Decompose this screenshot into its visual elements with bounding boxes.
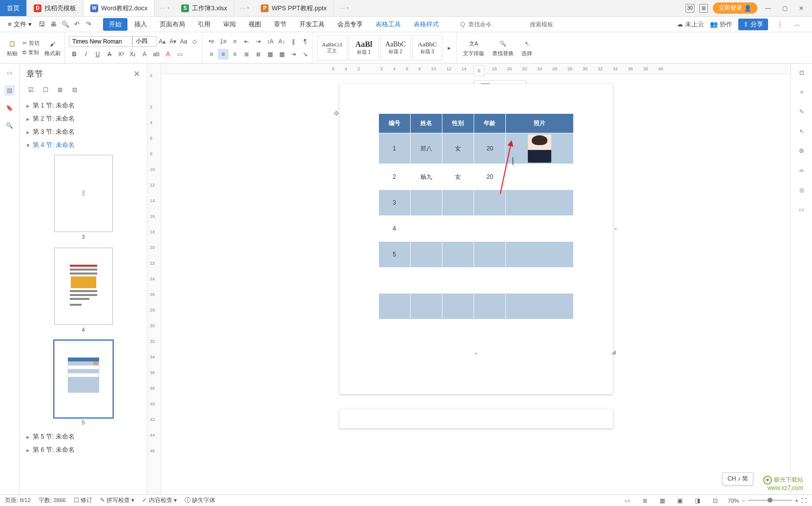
status-spellcheck[interactable]: ✎ 拼写检查 ▾	[100, 497, 134, 504]
view-web-icon[interactable]: ▦	[658, 496, 667, 505]
style-heading1[interactable]: AaBl标题 1	[349, 35, 379, 61]
table-header[interactable]: 性别	[442, 114, 474, 133]
subscript-button[interactable]: X₂	[127, 49, 138, 60]
outline-item-selected[interactable]: ▾第 4 节: 未命名	[22, 139, 144, 152]
styles-more-icon[interactable]: ▸	[444, 42, 455, 53]
page-thumb-5-selected[interactable]	[54, 340, 113, 418]
table-add-row-icon[interactable]: +	[474, 350, 478, 357]
rail-search-icon[interactable]: 🔍	[4, 120, 15, 131]
table-cell[interactable]	[474, 216, 506, 242]
status-missing-font[interactable]: ⓘ 缺失字体	[185, 497, 215, 504]
cut-button[interactable]: ✂剪切	[22, 40, 40, 47]
table-cell[interactable]	[378, 294, 410, 319]
style-normal[interactable]: AaBbCcI正文	[317, 35, 347, 61]
tab-ppt-doc[interactable]: P WPS PPT教程.pptx	[254, 0, 334, 16]
tab-button[interactable]: ⇥	[288, 49, 299, 60]
tab-overflow-1[interactable]: ⋯ •	[155, 0, 174, 16]
table-row[interactable]: 3	[378, 190, 573, 216]
fit-width-icon[interactable]: ⊡	[710, 496, 720, 505]
menu-table-tools[interactable]: 表格工具	[370, 18, 407, 31]
table-row[interactable]	[378, 268, 573, 294]
table-cell[interactable]: 女	[442, 133, 474, 164]
zoom-control[interactable]: 70% − + ⛶	[728, 498, 807, 504]
menu-start[interactable]: 开始	[103, 18, 127, 31]
table-cell[interactable]	[442, 294, 474, 319]
table-add-col-icon[interactable]: +	[614, 226, 617, 232]
view-focus-icon[interactable]: ◨	[693, 496, 703, 505]
text-direction-button[interactable]: ↕A	[265, 36, 275, 47]
status-words[interactable]: 字数: 2866	[39, 497, 66, 504]
clear-format-icon[interactable]: ◇	[189, 36, 200, 47]
menu-member[interactable]: 会员专享	[332, 18, 369, 31]
table-cell[interactable]	[410, 216, 442, 242]
table-row[interactable]	[378, 294, 573, 319]
distribute-button[interactable]: ≣	[253, 49, 264, 60]
qat-undo-icon[interactable]: ↶	[72, 19, 83, 30]
rail-pointer-icon[interactable]: ↖	[796, 126, 807, 137]
tab-home[interactable]: 首页	[0, 0, 27, 16]
qat-redo-icon[interactable]: ↷	[83, 19, 94, 30]
vertical-ruler[interactable]: 2246810121416182022242628303234363840424…	[147, 63, 161, 494]
table-cell[interactable]	[442, 319, 474, 345]
rail-tips-icon[interactable]: ⊡	[796, 67, 807, 78]
strike-button[interactable]: A̶	[104, 49, 115, 60]
zoom-in-icon[interactable]: +	[795, 498, 798, 504]
table-cell[interactable]: 4	[378, 216, 410, 242]
superscript-button[interactable]: X²	[116, 49, 126, 60]
command-search[interactable]: Q	[460, 21, 588, 28]
tab-find-templates[interactable]: D 找稻壳模板	[27, 0, 83, 16]
photo-cell[interactable]	[506, 319, 573, 345]
select-button[interactable]: ↖选择	[520, 38, 534, 58]
table-row[interactable]: 1郑八女20	[378, 133, 573, 164]
decrease-indent-button[interactable]: ⇤	[241, 36, 252, 47]
collapse-all-icon[interactable]: ☐	[40, 84, 51, 95]
search-tmpl-input[interactable]	[530, 21, 588, 28]
photo-cell[interactable]	[506, 164, 573, 190]
table-cell[interactable]: 郑八	[410, 133, 442, 164]
table-header[interactable]: 年龄	[474, 114, 506, 133]
table-cell[interactable]	[378, 268, 410, 294]
page-thumb-4[interactable]	[54, 248, 113, 325]
table-cell[interactable]: 女	[442, 164, 474, 190]
find-replace-button[interactable]: 🔍查找替换	[490, 38, 516, 58]
ime-indicator[interactable]: CH ♪ 简	[722, 472, 753, 485]
sort-button[interactable]: A↓	[276, 36, 287, 47]
rail-pen-icon[interactable]: ✎	[796, 106, 807, 117]
menu-devtools[interactable]: 开发工具	[293, 18, 331, 31]
align-left-button[interactable]: ≡	[206, 49, 217, 60]
justify-button[interactable]: ≣	[241, 49, 252, 60]
photo-cell[interactable]	[506, 216, 573, 242]
menu-insert[interactable]: 插入	[128, 18, 153, 31]
add-section-icon[interactable]: ⊞	[55, 84, 65, 95]
zoom-slider[interactable]	[748, 500, 792, 501]
view-read-icon[interactable]: ▣	[675, 496, 685, 505]
scroll-to-top-button[interactable]: ≡	[474, 65, 484, 76]
maximize-button[interactable]: ▢	[779, 2, 791, 14]
table-cell[interactable]	[474, 294, 506, 319]
rail-location-icon[interactable]: ◎	[796, 185, 807, 195]
outline-item[interactable]: ▸第 2 节: 未命名	[22, 112, 144, 126]
table-row[interactable]: 4	[378, 216, 573, 242]
status-content-check[interactable]: ✓ 内容检查 ▾	[142, 497, 176, 504]
tab-word-doc[interactable]: W Word教程2.docx	[83, 0, 155, 16]
qat-preview-icon[interactable]: 🔍	[60, 19, 71, 30]
minimize-button[interactable]: —	[762, 2, 774, 14]
table-cell[interactable]: 20	[474, 133, 506, 164]
photo-cell[interactable]	[506, 294, 573, 319]
grid-icon[interactable]: 30	[686, 4, 694, 13]
bullets-button[interactable]: •≡	[206, 36, 217, 47]
status-revise[interactable]: ☐ 修订	[74, 497, 92, 504]
highlight-button[interactable]: ab	[151, 49, 162, 60]
style-heading3[interactable]: AaBbC标题 3	[412, 35, 442, 61]
collab-button[interactable]: 👥 协作	[710, 20, 732, 29]
cloud-status[interactable]: ☁ 未上云	[677, 20, 704, 29]
view-page-icon[interactable]: ▭	[623, 496, 632, 505]
table-cell[interactable]	[410, 242, 442, 268]
rail-bookmark-icon[interactable]: 🔖	[4, 103, 15, 113]
panel-close-icon[interactable]: ✕	[133, 69, 140, 79]
remove-section-icon[interactable]: ⊟	[69, 84, 80, 95]
table-resize-handle-icon[interactable]: ◢	[611, 348, 616, 355]
font-name-select[interactable]	[69, 36, 132, 47]
font-effects-button[interactable]: A	[139, 49, 150, 60]
numbering-button[interactable]: 1≡	[218, 36, 229, 47]
